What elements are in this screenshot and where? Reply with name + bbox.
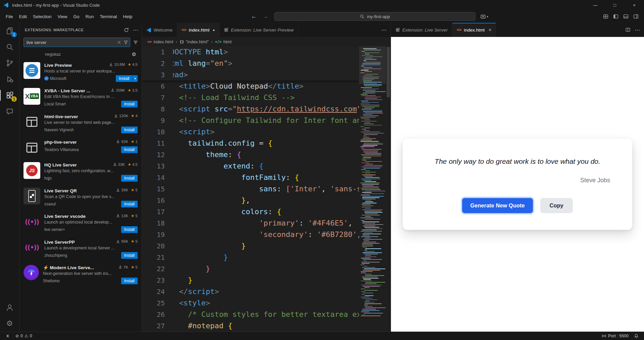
customize-layout-icon[interactable]: [603, 14, 608, 19]
code-line[interactable]: 23 }: [142, 275, 359, 286]
generate-quote-button[interactable]: Generate New Quote: [462, 198, 533, 213]
close-button[interactable]: ×: [625, 0, 644, 10]
menu-terminal[interactable]: Terminal: [97, 12, 120, 21]
code-line[interactable]: 12 theme: {: [142, 149, 359, 160]
extension-list-item[interactable]: JS HQ Live Server 33K ★ 4.5 Lightning fa…: [19, 159, 142, 185]
editor-more-actions-icon[interactable]: ⋯: [381, 27, 387, 33]
extension-list-item[interactable]: html-live-server 120K ★ 4 Live server to…: [19, 110, 142, 136]
breadcrumb-html-tag[interactable]: </> html: [215, 39, 232, 44]
extension-list-item[interactable]: ((•)) Live Server vscode 13K ★ 5 Launch …: [19, 210, 142, 236]
code-line[interactable]: 26 /* Custom styles for better textarea …: [142, 309, 359, 320]
breadcrumb-file[interactable]: <> index.html: [147, 39, 174, 44]
code-line[interactable]: 22 }: [142, 263, 359, 275]
nav-forward-icon[interactable]: →: [260, 13, 271, 20]
extension-list-item[interactable]: ⚡ Modern Live Serve... 7K ★ 5 Next-gener…: [19, 262, 142, 288]
install-button[interactable]: Install: [121, 127, 138, 133]
code-line[interactable]: 25 <style>: [142, 297, 359, 309]
minimize-button[interactable]: —: [586, 0, 605, 10]
menu-file[interactable]: File: [3, 12, 16, 21]
extension-list-item[interactable]: Live Server QR 26K ★ 5 Scan a QR Code to…: [19, 185, 142, 210]
code-editor[interactable]: 1<!DOCTYPE html>2<html lang="en">3<head>…: [142, 46, 391, 332]
tab-index-html[interactable]: <> index.html ●: [177, 23, 219, 37]
code-line[interactable]: 15 sans: ['Inter', 'sans-serif']: [142, 183, 359, 195]
activity-accounts[interactable]: [0, 299, 19, 315]
install-button[interactable]: Install: [121, 146, 138, 153]
code-line[interactable]: 24 </script>: [142, 286, 359, 297]
code-line[interactable]: 2<html lang="en">: [142, 58, 359, 69]
tab-live-server-preview[interactable]: Extension: Live Server Preview: [219, 23, 298, 37]
activity-extensions[interactable]: 1: [0, 87, 19, 103]
close-tab-icon[interactable]: ×: [489, 27, 491, 33]
code-line[interactable]: 17 colors: {: [142, 206, 359, 217]
code-line[interactable]: 13 extend: {: [142, 160, 359, 172]
manage-extension-icon[interactable]: ⚙: [132, 51, 136, 57]
port-status[interactable]: Port : 5500: [600, 332, 631, 340]
install-button[interactable]: Install: [121, 226, 138, 233]
code-line[interactable]: 10 <script>: [142, 126, 359, 138]
code-line[interactable]: 16 },: [142, 195, 359, 206]
editor-scrollbar[interactable]: [386, 46, 391, 332]
nav-back-icon[interactable]: ←: [248, 13, 260, 20]
maximize-button[interactable]: □: [605, 0, 625, 10]
notifications-bell[interactable]: [632, 332, 641, 340]
install-button[interactable]: Install: [121, 101, 138, 107]
install-button[interactable]: Install: [121, 201, 138, 207]
new-window-icon[interactable]: ▾: [478, 14, 490, 19]
menu-edit[interactable]: Edit: [16, 12, 30, 21]
menu-help[interactable]: Help: [120, 12, 135, 21]
install-dropdown-icon[interactable]: ▾: [132, 75, 138, 82]
code-line[interactable]: 27 #notepad {: [142, 320, 359, 332]
code-line[interactable]: 11 tailwind.config = {: [142, 138, 359, 149]
extension-list-item[interactable]: Live Preview 10.8M ★ 4.5 Hosts a local s…: [19, 59, 142, 85]
copy-quote-button[interactable]: Copy: [540, 198, 573, 213]
install-button[interactable]: Install: [121, 252, 138, 259]
activity-settings[interactable]: ⚙: [0, 315, 19, 332]
code-line[interactable]: 9 <!-- Configure Tailwind for Inter font…: [142, 115, 359, 126]
tab-preview-index-html[interactable]: <> index.html ×: [452, 23, 496, 37]
refresh-icon[interactable]: [124, 28, 129, 33]
activity-run-debug[interactable]: [0, 71, 19, 87]
code-line[interactable]: 19 'secondary': '#6B7280',: [142, 229, 359, 240]
problems-status[interactable]: ⊘ 0 ⚠ 0: [13, 332, 34, 340]
menu-run[interactable]: Run: [83, 12, 97, 21]
remote-indicator[interactable]: [3, 332, 12, 340]
extension-list-item[interactable]: ((•)) Live ServerPP 95K ★ 5 Launch a dev…: [19, 236, 142, 262]
extension-list-item-partial[interactable]: negokaz ⚙: [19, 50, 142, 59]
split-editor-icon[interactable]: [625, 27, 631, 33]
extension-search-input[interactable]: [23, 38, 130, 47]
code-line[interactable]: 14 fontFamily: {: [142, 172, 359, 183]
tab-extension-live-server[interactable]: Extension: Live Server: [391, 23, 452, 37]
activity-explorer[interactable]: 1: [0, 23, 19, 39]
filter-icon[interactable]: [133, 40, 138, 45]
code-line[interactable]: 21 }: [142, 252, 359, 263]
scrollbar-thumb[interactable]: [387, 47, 390, 97]
code-line[interactable]: 18 'primary': '#4F46E5',: [142, 217, 359, 229]
install-button[interactable]: Install: [121, 278, 138, 284]
minimap[interactable]: [359, 46, 386, 332]
code-line[interactable]: 20 }: [142, 240, 359, 252]
command-center-search[interactable]: my-first-app: [274, 12, 476, 21]
toggle-primary-sidebar-icon[interactable]: [613, 14, 618, 19]
activity-chat[interactable]: [0, 103, 19, 119]
install-button[interactable]: Install: [121, 175, 138, 182]
clear-search-icon[interactable]: [117, 40, 121, 45]
code-line[interactable]: 7 <!-- Load Tailwind CSS -->: [142, 92, 359, 103]
toggle-panel-icon[interactable]: [623, 14, 629, 19]
install-button[interactable]: Install ▾: [116, 75, 138, 82]
activity-source-control[interactable]: [0, 55, 19, 71]
menu-go[interactable]: Go: [70, 12, 83, 21]
minimap-slider[interactable]: [359, 46, 386, 84]
editor-more-actions-icon[interactable]: ⋯: [635, 27, 640, 33]
menu-view[interactable]: View: [55, 12, 70, 21]
sidebar-more-actions-icon[interactable]: ⋯: [133, 27, 138, 33]
code-line[interactable]: 8 <script src="https://cdn.tailwindcss.c…: [142, 103, 359, 115]
filter-extensions-icon[interactable]: [123, 40, 128, 45]
toggle-secondary-sidebar-icon[interactable]: [633, 14, 639, 19]
menu-selection[interactable]: Selection: [30, 12, 55, 21]
breadcrumb-symbol[interactable]: {} "index.html": [180, 39, 209, 44]
code-line[interactable]: 3<head>: [142, 69, 359, 81]
extension-list-item[interactable]: php-live-server 92K ★ 1 Teodoro VIllanue…: [19, 136, 142, 159]
code-line[interactable]: 6 <title>Cloud Notepad</title>: [142, 81, 359, 92]
activity-search[interactable]: [0, 39, 19, 55]
extension-list-item[interactable]: XVBA XVBA - Live Server ... 209K ★ 3.5 E…: [19, 85, 142, 111]
